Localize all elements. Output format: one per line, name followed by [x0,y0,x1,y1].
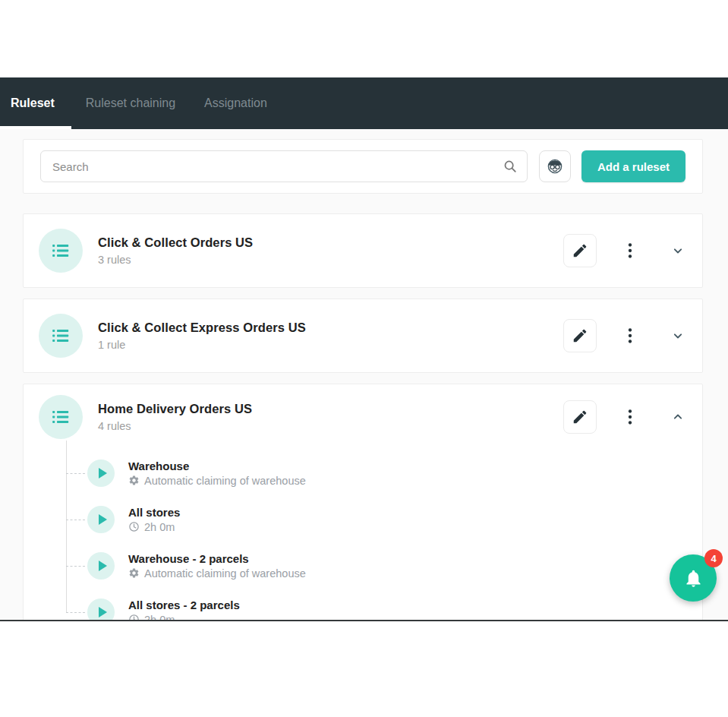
rule-title: Warehouse - 2 parcels [128,552,306,565]
rule-avatar [87,552,115,580]
list-icon [51,326,71,346]
pencil-icon [572,242,588,259]
ruleset-titles: Home Delivery Orders US 4 rules [98,402,563,432]
toolbar: Add a ruleset [23,139,703,194]
add-ruleset-button[interactable]: Add a ruleset [581,150,685,182]
rule-detail-text: Automatic claiming of warehouse [144,567,306,580]
nerd-face-icon [546,157,564,175]
ruleset-title: Click & Collect Orders US [98,235,563,250]
play-icon [99,468,107,479]
search-icon [502,158,518,175]
rule-text: All stores 2h 0m [128,506,180,533]
rule-row[interactable]: All stores - 2 parcels 2h 0m [87,589,702,621]
rule-title: Warehouse [128,460,306,472]
ruleset-card-header: Home Delivery Orders US 4 rules [24,384,702,450]
rule-avatar [87,460,115,487]
kebab-menu-button[interactable] [622,407,638,427]
rule-title: All stores [128,506,180,519]
header-bar: Ruleset Ruleset chaining Assignation [0,77,728,129]
rule-avatar [87,599,115,622]
pencil-icon [572,409,588,425]
list-icon [51,241,71,261]
ruleset-card-header: Click & Collect Express Orders US 1 rule [24,299,702,372]
rule-row[interactable]: Warehouse Automatic claiming of warehous… [87,450,702,496]
chevron-down-icon [670,243,685,258]
ruleset-card-header: Click & Collect Orders US 3 rules [24,214,702,287]
rule-text: All stores - 2 parcels 2h 0m [128,599,240,622]
tree-connector-line [66,441,67,612]
ruleset-subtitle: 4 rules [98,420,563,432]
expand-chevron-button[interactable] [670,328,685,343]
ruleset-subtitle: 1 rule [98,339,563,351]
gear-icon [128,567,140,579]
rule-avatar [87,506,115,533]
ruleset-actions [563,400,685,434]
ruleset-card: Click & Collect Orders US 3 rules [23,213,703,288]
ruleset-avatar [39,314,83,358]
notification-fab[interactable]: 4 [670,554,717,602]
gear-icon [128,475,140,486]
list-icon [51,407,71,427]
pencil-icon [572,327,588,344]
content-area: Add a ruleset [0,129,728,621]
chevron-up-icon [670,409,685,425]
kebab-icon [622,326,638,346]
collapse-chevron-button[interactable] [670,409,685,425]
ruleset-titles: Click & Collect Orders US 3 rules [98,235,563,266]
ruleset-card: Home Delivery Orders US 4 rules [23,384,703,621]
kebab-menu-button[interactable] [622,241,638,261]
user-avatar-button[interactable] [539,150,571,182]
ruleset-titles: Click & Collect Express Orders US 1 rule [98,321,563,351]
edit-button[interactable] [563,319,597,352]
ruleset-subtitle: 3 rules [98,254,563,266]
rule-row[interactable]: Warehouse - 2 parcels Automatic claiming… [87,542,702,589]
ruleset-actions [563,234,685,267]
play-icon [99,561,107,571]
edit-button[interactable] [563,400,597,434]
kebab-menu-button[interactable] [622,326,638,346]
ruleset-actions [563,319,685,352]
bell-icon [683,568,704,589]
clock-icon [128,614,140,621]
rule-text: Warehouse Automatic claiming of warehous… [128,460,306,487]
tab-ruleset[interactable]: Ruleset [0,77,71,129]
edit-button[interactable] [563,234,597,267]
ruleset-title: Home Delivery Orders US [98,402,563,416]
kebab-icon [622,407,638,427]
notification-badge: 4 [704,549,723,567]
ruleset-card: Click & Collect Express Orders US 1 rule [23,298,703,373]
ruleset-avatar [39,395,83,439]
rule-title: All stores - 2 parcels [128,599,240,611]
rule-detail-text: 2h 0m [144,614,175,622]
tab-assignation[interactable]: Assignation [190,77,282,129]
clock-icon [128,521,140,532]
rule-text: Warehouse - 2 parcels Automatic claiming… [128,552,306,580]
search-input[interactable] [40,150,528,182]
ruleset-avatar [39,229,83,273]
kebab-icon [622,241,638,261]
app-window: Ruleset Ruleset chaining Assignation [0,77,728,621]
rule-row[interactable]: All stores 2h 0m [87,496,702,542]
ruleset-title: Click & Collect Express Orders US [98,321,563,335]
rules-tree: Warehouse Automatic claiming of warehous… [24,450,702,621]
play-icon [99,607,107,618]
ruleset-list: Click & Collect Orders US 3 rules [23,213,703,621]
rule-detail-text: 2h 0m [144,521,175,533]
rule-detail: 2h 0m [128,521,180,533]
rule-detail: Automatic claiming of warehouse [128,567,306,580]
rule-detail: Automatic claiming of warehouse [128,475,306,487]
rule-detail: 2h 0m [128,614,240,622]
expand-chevron-button[interactable] [670,243,685,258]
play-icon [99,514,107,525]
chevron-down-icon [670,328,685,343]
rule-detail-text: Automatic claiming of warehouse [144,475,306,487]
tab-ruleset-chaining[interactable]: Ruleset chaining [71,77,190,129]
search-box [40,150,528,182]
